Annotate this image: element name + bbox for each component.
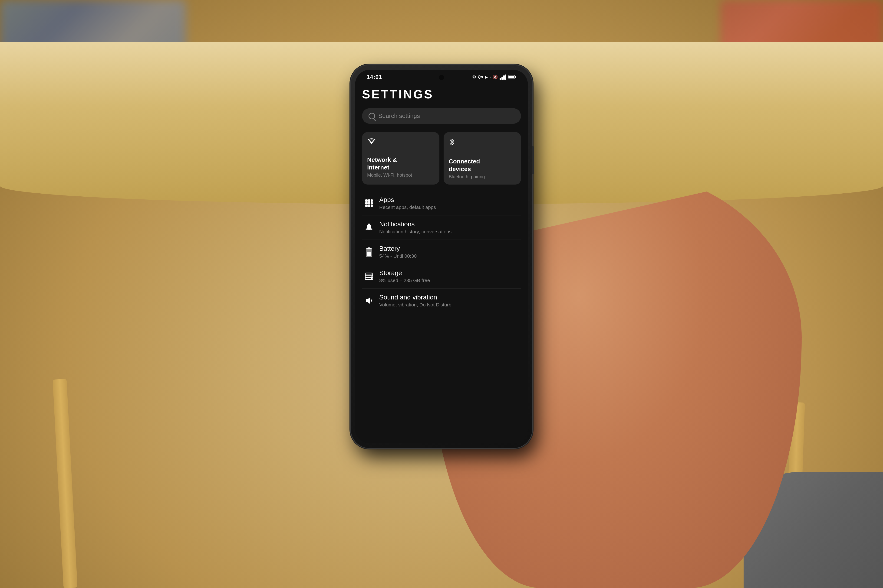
apps-item[interactable]: Apps Recent apps, default apps	[362, 191, 521, 215]
battery-title: Battery	[379, 245, 519, 252]
bluetooth-icon	[449, 138, 516, 148]
svg-rect-0	[499, 78, 501, 80]
svg-rect-21	[367, 252, 371, 256]
search-bar[interactable]: Search settings	[362, 108, 521, 124]
battery-text: Battery 54% - Until 00:30	[379, 245, 519, 259]
apps-subtitle: Recent apps, default apps	[379, 204, 519, 210]
battery-icon	[508, 75, 516, 80]
settings-list: Apps Recent apps, default apps	[362, 191, 521, 313]
settings-content: SETTINGS Search settings	[355, 82, 528, 313]
side-button	[532, 146, 534, 174]
connected-subtitle: Bluetooth, pairing	[449, 174, 516, 180]
status-icons: ⚙ Qo ▶ · 🔇	[472, 75, 516, 80]
svg-rect-8	[365, 200, 368, 202]
battery-settings-icon	[364, 247, 374, 257]
status-time: 14:01	[367, 74, 382, 80]
sound-item[interactable]: Sound and vibration Volume, vibration, D…	[362, 288, 521, 313]
storage-icon	[364, 271, 374, 281]
svg-rect-13	[371, 202, 373, 204]
screen-fade	[355, 425, 528, 443]
sound-subtitle: Volume, vibration, Do Not Disturb	[379, 302, 519, 308]
svg-rect-12	[368, 202, 370, 204]
battery-subtitle: 54% - Until 00:30	[379, 253, 519, 259]
page-title: SETTINGS	[362, 87, 521, 101]
phone-screen: 14:01 ⚙ Qo ▶ · 🔇	[355, 70, 528, 443]
apps-text: Apps Recent apps, default apps	[379, 196, 519, 210]
network-title: Network &internet	[367, 156, 434, 171]
svg-rect-16	[371, 205, 373, 207]
svg-rect-11	[365, 202, 368, 204]
svg-point-7	[371, 143, 372, 144]
notifications-item[interactable]: Notifications Notification history, conv…	[362, 215, 521, 240]
sound-title: Sound and vibration	[379, 294, 519, 301]
quick-tiles: Network &internet Mobile, Wi-Fi, hotspot…	[362, 132, 521, 184]
mute-icon: 🔇	[493, 75, 498, 80]
storage-item[interactable]: Storage 8% used – 235 GB free	[362, 264, 521, 288]
wifi-icon	[367, 138, 434, 147]
svg-rect-6	[508, 76, 514, 78]
sound-icon	[364, 296, 374, 306]
phone: 14:01 ⚙ Qo ▶ · 🔇	[351, 65, 532, 448]
phone-body: 14:01 ⚙ Qo ▶ · 🔇	[351, 65, 532, 448]
svg-rect-10	[371, 200, 373, 202]
notifications-title: Notifications	[379, 220, 519, 228]
svg-rect-2	[503, 75, 505, 80]
qd-icon: Qo	[478, 75, 483, 79]
apps-icon	[364, 198, 374, 208]
notifications-text: Notifications Notification history, conv…	[379, 220, 519, 234]
svg-rect-9	[368, 200, 370, 202]
svg-rect-19	[368, 248, 370, 249]
battery-item[interactable]: Battery 54% - Until 00:30	[362, 240, 521, 264]
apps-title: Apps	[379, 196, 519, 204]
svg-rect-3	[505, 75, 506, 80]
camera-punch-hole	[439, 75, 444, 80]
notifications-subtitle: Notification history, conversations	[379, 229, 519, 234]
storage-text: Storage 8% used – 235 GB free	[379, 269, 519, 283]
search-icon	[369, 113, 375, 119]
play-icon: ▶	[485, 75, 487, 80]
search-placeholder: Search settings	[378, 112, 420, 120]
connected-title: Connecteddevices	[449, 158, 516, 173]
signal-icon	[499, 75, 506, 80]
svg-rect-14	[365, 205, 368, 207]
svg-rect-1	[501, 76, 503, 80]
storage-title: Storage	[379, 269, 519, 277]
settings-status-icon: ⚙	[472, 75, 476, 80]
svg-marker-28	[366, 297, 370, 304]
storage-subtitle: 8% used – 235 GB free	[379, 278, 519, 283]
network-subtitle: Mobile, Wi-Fi, hotspot	[367, 172, 434, 178]
network-internet-tile[interactable]: Network &internet Mobile, Wi-Fi, hotspot	[362, 132, 439, 184]
svg-rect-15	[368, 205, 370, 207]
sound-text: Sound and vibration Volume, vibration, D…	[379, 294, 519, 308]
connected-devices-tile[interactable]: Connecteddevices Bluetooth, pairing	[444, 132, 521, 184]
bell-icon	[364, 222, 374, 232]
svg-rect-5	[515, 76, 516, 78]
dot-icon: ·	[489, 75, 491, 80]
